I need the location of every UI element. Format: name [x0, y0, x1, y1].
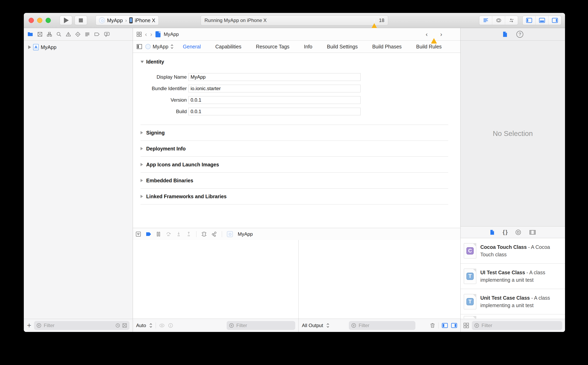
library-filter-field[interactable]: [472, 321, 562, 330]
hide-debug-area-icon[interactable]: [136, 232, 141, 237]
disclosure-open-icon[interactable]: [140, 61, 144, 63]
minimize-window-button[interactable]: [37, 18, 42, 23]
template-ui-test-case-class[interactable]: T UI Test Case Class - A class implement…: [461, 264, 565, 289]
console-view[interactable]: [299, 240, 460, 319]
tab-build-rules[interactable]: Build Rules: [416, 44, 442, 49]
bundle-identifier-input[interactable]: [188, 85, 361, 92]
variables-filter-input[interactable]: [236, 323, 293, 329]
assistant-editor-button[interactable]: [492, 16, 505, 25]
standard-editor-button[interactable]: [479, 16, 492, 25]
console-filter-input[interactable]: [358, 323, 413, 329]
tab-resource-tags[interactable]: Resource Tags: [256, 44, 289, 49]
variables-filter-field[interactable]: [227, 321, 295, 330]
stop-button[interactable]: [75, 16, 87, 25]
source-control-status-icon[interactable]: [122, 323, 127, 328]
template-partial-item[interactable]: [461, 314, 565, 319]
find-navigator-tab[interactable]: [56, 32, 62, 37]
show-console-view-toggle-icon[interactable]: [451, 323, 457, 328]
disclosure-closed-icon[interactable]: [140, 195, 143, 198]
info-icon[interactable]: [168, 323, 173, 328]
variables-view[interactable]: [133, 240, 298, 319]
identity-section-header[interactable]: Identity: [140, 59, 448, 65]
disclosure-triangle-icon[interactable]: [28, 45, 31, 49]
step-out-icon[interactable]: [186, 232, 191, 237]
quick-help-inspector-tab-icon[interactable]: ?: [516, 31, 523, 38]
display-name-input[interactable]: [188, 73, 361, 81]
toggle-utilities-button[interactable]: [548, 16, 561, 25]
next-issue-button[interactable]: ›: [440, 31, 442, 38]
symbol-navigator-tab[interactable]: [47, 32, 52, 37]
general-settings-pane: Identity Display Name Bundle Identifier …: [133, 53, 460, 228]
project-navigator-tab[interactable]: [28, 32, 33, 37]
navigator-filter-input[interactable]: [43, 323, 113, 329]
signing-section-header[interactable]: Signing: [140, 125, 448, 141]
test-navigator-tab[interactable]: [75, 32, 80, 37]
debug-process-name[interactable]: MyApp: [238, 231, 253, 237]
step-into-icon[interactable]: [176, 232, 181, 237]
disclosure-closed-icon[interactable]: [140, 147, 143, 150]
warning-badge[interactable]: ! 18: [371, 18, 384, 23]
pause-icon[interactable]: [156, 232, 161, 237]
tab-build-settings[interactable]: Build Settings: [327, 44, 358, 49]
add-button[interactable]: +: [27, 322, 31, 329]
show-variables-view-toggle-icon[interactable]: [442, 323, 448, 328]
media-library-icon[interactable]: [529, 230, 536, 235]
back-chevron-icon[interactable]: ‹: [145, 31, 147, 37]
related-items-icon[interactable]: [137, 32, 142, 37]
view-debugger-icon[interactable]: [201, 232, 207, 237]
forward-chevron-icon[interactable]: ›: [150, 31, 152, 37]
collapsed-sections: Signing Deployment Info App Icons and La…: [140, 125, 448, 204]
run-button[interactable]: [60, 16, 72, 25]
targets-sidebar-toggle-icon[interactable]: [137, 44, 142, 49]
deployment-info-section-header[interactable]: Deployment Info: [140, 141, 448, 157]
app-icons-section-header[interactable]: App Icons and Launch Images: [140, 157, 448, 173]
template-cocoa-touch-class[interactable]: C Cocoa Touch Class - A Cocoa Touch clas…: [461, 238, 565, 264]
disclosure-closed-icon[interactable]: [140, 163, 143, 166]
source-control-navigator-tab[interactable]: [37, 32, 42, 37]
build-input[interactable]: [188, 108, 361, 115]
activity-viewer[interactable]: Running MyApp on iPhone X ! 18: [201, 15, 388, 25]
tab-info[interactable]: Info: [304, 44, 312, 49]
object-library-icon[interactable]: [515, 229, 521, 235]
previous-issue-button[interactable]: ‹: [426, 31, 428, 38]
version-editor-button[interactable]: [505, 16, 518, 25]
disclosure-closed-icon[interactable]: [140, 131, 143, 134]
tab-general[interactable]: General: [183, 44, 201, 49]
project-root-item[interactable]: A MyApp: [24, 42, 133, 52]
close-window-button[interactable]: [29, 18, 34, 23]
disclosure-closed-icon[interactable]: [140, 179, 143, 182]
issue-warning-icon[interactable]: !: [431, 31, 437, 37]
breakpoint-navigator-tab[interactable]: [94, 32, 100, 37]
breakpoints-toggle-icon[interactable]: [146, 232, 151, 237]
code-snippet-library-icon[interactable]: { }: [503, 229, 507, 235]
console-scope-selector[interactable]: All Output: [302, 323, 323, 328]
target-selector[interactable]: MyApp: [145, 44, 174, 49]
debug-navigator-tab[interactable]: [85, 32, 90, 37]
recent-files-clock-icon[interactable]: [115, 323, 120, 328]
memory-graph-icon[interactable]: [212, 232, 217, 237]
tab-build-phases[interactable]: Build Phases: [372, 44, 402, 49]
step-over-icon[interactable]: [166, 232, 171, 237]
navigator-filter-field[interactable]: [34, 321, 129, 330]
toggle-debug-area-button[interactable]: [535, 16, 548, 25]
file-template-library-icon[interactable]: [490, 230, 495, 235]
scheme-selector[interactable]: MyApp › iPhone X: [96, 15, 159, 25]
template-text: UI Test Case Class - A class implementin…: [480, 269, 562, 284]
jump-bar-file-name[interactable]: MyApp: [164, 31, 179, 37]
report-navigator-tab[interactable]: [104, 32, 110, 37]
embedded-binaries-section-header[interactable]: Embedded Binaries: [140, 173, 448, 189]
tab-capabilities[interactable]: Capabilities: [215, 44, 241, 49]
console-filter-field[interactable]: [349, 321, 415, 330]
toggle-navigator-button[interactable]: [523, 16, 535, 25]
library-filter-input[interactable]: [481, 323, 560, 329]
file-inspector-tab-icon[interactable]: [502, 31, 508, 37]
clear-console-trash-icon[interactable]: [430, 323, 435, 328]
variables-scope-selector[interactable]: Auto: [136, 323, 146, 328]
issue-navigator-tab[interactable]: [66, 32, 71, 37]
linked-frameworks-section-header[interactable]: Linked Frameworks and Libraries: [140, 189, 448, 204]
template-unit-test-case-class[interactable]: T Unit Test Case Class - A class impleme…: [461, 289, 565, 314]
quicklook-eye-icon[interactable]: [159, 323, 165, 328]
version-input[interactable]: [188, 96, 361, 104]
library-grid-view-icon[interactable]: [463, 323, 469, 328]
zoom-window-button[interactable]: [46, 18, 51, 23]
